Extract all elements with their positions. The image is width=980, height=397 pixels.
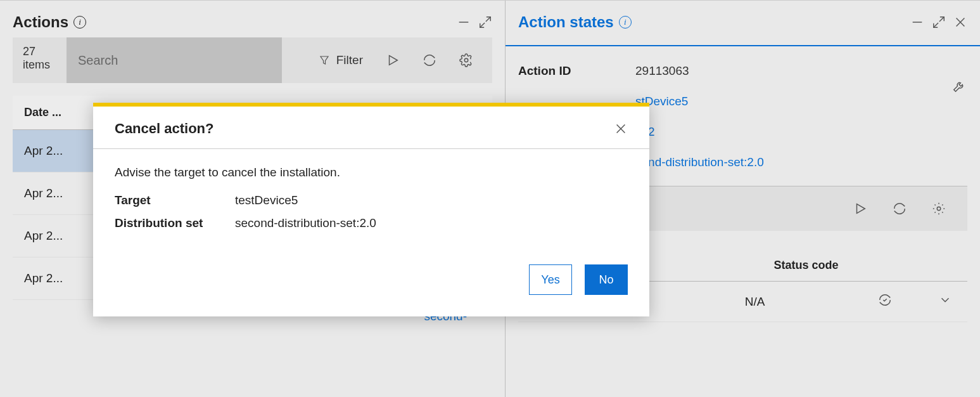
svg-point-3 [464, 58, 468, 62]
filter-button[interactable]: Filter [319, 53, 363, 67]
ds-full-link-partial[interactable]: cond-distribution-set:2.0 [635, 155, 764, 169]
action-id-label: Action ID [518, 64, 635, 78]
expand-icon[interactable] [478, 15, 492, 29]
play-button[interactable] [853, 202, 867, 216]
expand-icon[interactable] [932, 15, 946, 29]
settings-button[interactable] [459, 53, 473, 67]
svg-line-1 [486, 17, 490, 22]
cancel-action-dialog: Cancel action? Advise the target to canc… [93, 103, 649, 316]
svg-line-6 [934, 23, 938, 27]
item-count: 27 items [13, 37, 67, 83]
yes-button[interactable]: Yes [529, 264, 572, 295]
actions-toolbar: 27 items Filter [13, 37, 492, 83]
filter-label: Filter [336, 53, 363, 67]
target-value: testDevice5 [235, 193, 298, 207]
action-states-header: Action states i [506, 1, 980, 46]
actions-title: Actions [13, 13, 68, 31]
svg-line-2 [480, 23, 485, 27]
minimize-icon[interactable] [910, 15, 924, 29]
refresh-button[interactable] [423, 53, 436, 67]
tools-icon[interactable] [952, 79, 966, 96]
play-button[interactable] [386, 53, 400, 67]
minimize-icon[interactable] [457, 15, 471, 29]
action-states-title: Action states [518, 13, 614, 31]
dialog-title: Cancel action? [115, 120, 614, 137]
target-label: Target [115, 193, 235, 207]
info-icon[interactable]: i [619, 16, 632, 29]
svg-point-9 [937, 207, 941, 211]
close-icon[interactable] [614, 122, 628, 136]
chevron-down-icon[interactable] [923, 293, 967, 310]
status-code-value: N/A [645, 295, 847, 309]
refresh-button[interactable] [893, 202, 907, 216]
dialog-message: Advise the target to cancel the installa… [115, 166, 628, 179]
action-id-value: 29113063 [635, 64, 689, 78]
settings-button[interactable] [932, 202, 946, 216]
close-icon[interactable] [953, 15, 967, 29]
status-reload-icon[interactable] [847, 293, 923, 310]
no-button[interactable]: No [585, 264, 628, 295]
search-input[interactable] [67, 37, 282, 83]
actions-header: Actions i [0, 1, 505, 37]
distribution-set-value: second-distribution-set:2.0 [235, 216, 376, 230]
svg-line-5 [939, 17, 944, 22]
distribution-set-label: Distribution set [115, 216, 235, 230]
info-icon[interactable]: i [73, 16, 86, 29]
